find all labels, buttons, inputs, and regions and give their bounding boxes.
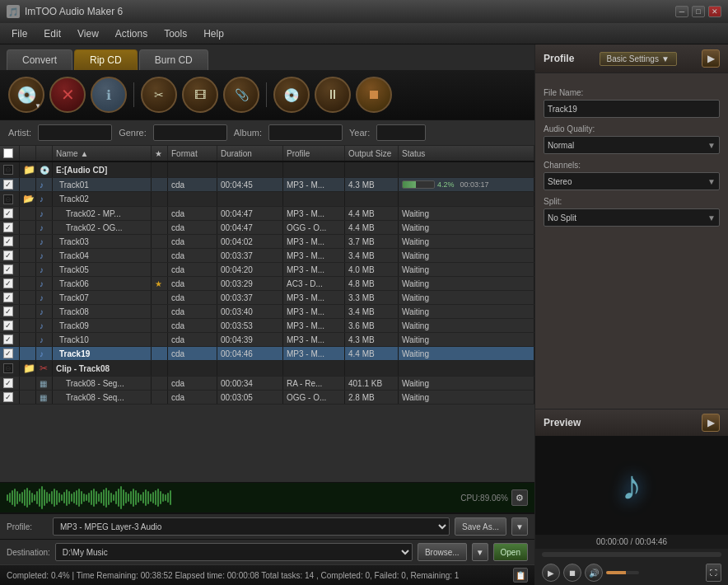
table-row[interactable]: ♪ Track08 cda 00:03:40 MP3 - M... 3.4 MB… xyxy=(0,305,534,319)
basic-settings-button[interactable]: Basic Settings ▼ xyxy=(600,52,677,66)
row-type-icon: ♪ xyxy=(36,192,53,206)
genre-input[interactable] xyxy=(153,124,227,141)
stop-button[interactable]: ⏹ xyxy=(356,77,392,113)
channels-select[interactable]: Stereo ▼ xyxy=(544,172,720,190)
save-as-arrow[interactable]: ▼ xyxy=(511,517,528,536)
row-star xyxy=(152,162,168,177)
menu-view[interactable]: View xyxy=(69,26,107,42)
preview-time: 00:00:00 / 00:04:46 xyxy=(535,535,728,549)
col-size: Output Size xyxy=(345,146,399,161)
minimize-button[interactable]: ─ xyxy=(675,6,688,17)
settings-icon[interactable]: ⚙ xyxy=(511,489,528,506)
preview-controls xyxy=(535,549,728,560)
col-name[interactable]: Name ▲ xyxy=(53,146,152,161)
destination-row: Destination: D:\My Music Browse... ▼ Ope… xyxy=(0,539,534,564)
year-input[interactable] xyxy=(376,124,426,141)
row-checkbox[interactable]: ⊖ xyxy=(0,162,20,177)
tab-rip-cd[interactable]: Rip CD xyxy=(74,49,138,70)
row-type-icon: 💿 xyxy=(36,162,53,177)
clip-button[interactable]: 📎 xyxy=(223,77,259,113)
channels-label: Channels: xyxy=(544,161,720,170)
browse-button[interactable]: Browse... xyxy=(418,543,467,561)
album-input[interactable] xyxy=(268,124,343,141)
volume-slider[interactable] xyxy=(606,571,639,574)
table-row[interactable]: ♪ Track05 cda 00:04:20 MP3 - M... 4.0 MB… xyxy=(0,263,534,277)
tabs: Convert Rip CD Burn CD xyxy=(0,44,534,70)
table-row[interactable]: ⊖ 📁 💿 E:[Audio CD] xyxy=(0,162,534,178)
table-row[interactable]: ▦ Track08 - Seg... cda 00:00:34 RA - Re.… xyxy=(0,377,534,391)
open-button[interactable]: Open xyxy=(493,543,528,561)
expand-button[interactable]: ▶ xyxy=(702,49,720,68)
menu-actions[interactable]: Actions xyxy=(107,26,156,42)
preview-progress-bar[interactable] xyxy=(542,552,721,557)
cut-button[interactable]: ✂ xyxy=(141,77,177,113)
profile-label: Profile: xyxy=(7,522,48,531)
preview-display: ♪ xyxy=(535,436,728,535)
header-checkbox[interactable] xyxy=(3,148,13,158)
info-button[interactable]: ℹ xyxy=(91,77,127,113)
table-row[interactable]: ⊖ 📁 ✂ Clip - Track08 xyxy=(0,361,534,377)
table-row[interactable]: ♪ Track01 cda 00:04:45 MP3 - M... 4.3 MB… xyxy=(0,178,534,192)
film-button[interactable]: 🎞 xyxy=(182,77,218,113)
preview-header: Preview ▶ xyxy=(535,410,728,436)
profile-select[interactable]: MP3 - MPEG Layer-3 Audio xyxy=(53,517,450,536)
play-button[interactable]: ▶ xyxy=(542,564,560,582)
table-row[interactable]: ♪ Track02 - OG... cda 00:04:47 OGG - O..… xyxy=(0,221,534,235)
col-format: Format xyxy=(168,146,217,161)
file-name-label: File Name: xyxy=(544,88,720,97)
col-checkbox xyxy=(0,146,20,161)
col-duration: Duration xyxy=(217,146,283,161)
row-type-icon: ♪ xyxy=(36,178,53,191)
table-row[interactable]: ♪ Track04 cda 00:03:37 MP3 - M... 3.4 MB… xyxy=(0,249,534,263)
table-row[interactable]: ⊖ 📂 ♪ Track02 xyxy=(0,192,534,207)
file-name-input[interactable] xyxy=(544,100,720,118)
settings-label: Basic Settings xyxy=(607,54,659,63)
menu-help[interactable]: Help xyxy=(195,26,232,42)
maximize-button[interactable]: □ xyxy=(692,6,705,17)
save-as-button[interactable]: Save As... xyxy=(455,517,506,536)
row-profile: MP3 - M... xyxy=(283,178,345,191)
table-row[interactable]: ♪ Track19 cda 00:04:46 MP3 - M... 4.4 MB… xyxy=(0,347,534,361)
status-icon[interactable]: 📋 xyxy=(513,568,528,583)
destination-select[interactable]: D:\My Music xyxy=(55,543,413,561)
audio-quality-select[interactable]: Normal ▼ xyxy=(544,136,720,154)
row-format: cda xyxy=(168,178,217,191)
table-row[interactable]: ♪ Track09 cda 00:03:53 MP3 - M... 3.6 MB… xyxy=(0,319,534,333)
volume-icon[interactable]: 🔊 xyxy=(585,564,603,582)
col-profile: Profile xyxy=(283,146,345,161)
split-select[interactable]: No Split ▼ xyxy=(544,208,720,227)
browse-arrow[interactable]: ▼ xyxy=(472,543,488,561)
artist-input[interactable] xyxy=(38,124,112,141)
tab-burn-cd[interactable]: Burn CD xyxy=(139,49,208,70)
table-row[interactable]: ♪ Track03 cda 00:04:02 MP3 - M... 3.7 MB… xyxy=(0,235,534,249)
delete-button[interactable]: ✕ xyxy=(49,77,86,113)
menu-file[interactable]: File xyxy=(3,26,35,42)
table-row[interactable]: ▦ Track08 - Seq... cda 00:03:05 OGG - O.… xyxy=(0,391,534,405)
table-row[interactable]: ♪ Track07 cda 00:03:37 MP3 - M... 3.3 MB… xyxy=(0,291,534,305)
row-checkbox[interactable] xyxy=(0,178,20,191)
tab-convert[interactable]: Convert xyxy=(7,49,72,70)
menu-edit[interactable]: Edit xyxy=(35,26,69,42)
meta-row: Artist: Genre: Album: Year: xyxy=(0,120,534,146)
fullscreen-button[interactable]: ⛶ xyxy=(706,564,721,582)
close-button[interactable]: ✕ xyxy=(708,6,721,17)
row-status xyxy=(399,162,534,177)
app-title: ImTOO Audio Maker 6 xyxy=(25,6,675,17)
dest-label: Destination: xyxy=(7,548,50,557)
row-folder-icon xyxy=(20,178,36,191)
prev-stop-button[interactable]: ⏹ xyxy=(563,564,581,582)
artist-label: Artist: xyxy=(8,128,31,138)
preview-title: Preview xyxy=(544,417,581,428)
rip-button[interactable]: 💿 xyxy=(273,77,310,113)
row-checkbox[interactable]: ⊖ xyxy=(0,192,20,206)
table-row[interactable]: ♪ Track10 cda 00:04:39 MP3 - M... 4.3 MB… xyxy=(0,333,534,347)
left-panel: Convert Rip CD Burn CD 💿 ▼ ✕ ℹ ✂ 🎞 xyxy=(0,44,534,585)
table-row[interactable]: ♪ Track06 ★ cda 00:03:29 AC3 - D... 4.8 … xyxy=(0,277,534,291)
waveform-display xyxy=(7,486,457,509)
preview-expand-button[interactable]: ▶ xyxy=(702,414,720,432)
pause-button[interactable]: ⏸ xyxy=(315,77,351,113)
cd-button[interactable]: 💿 ▼ xyxy=(8,77,44,113)
menu-tools[interactable]: Tools xyxy=(156,26,195,42)
table-row[interactable]: ♪ Track02 - MP... cda 00:04:47 MP3 - M..… xyxy=(0,207,534,221)
row-name: E:[Audio CD] xyxy=(53,162,152,177)
